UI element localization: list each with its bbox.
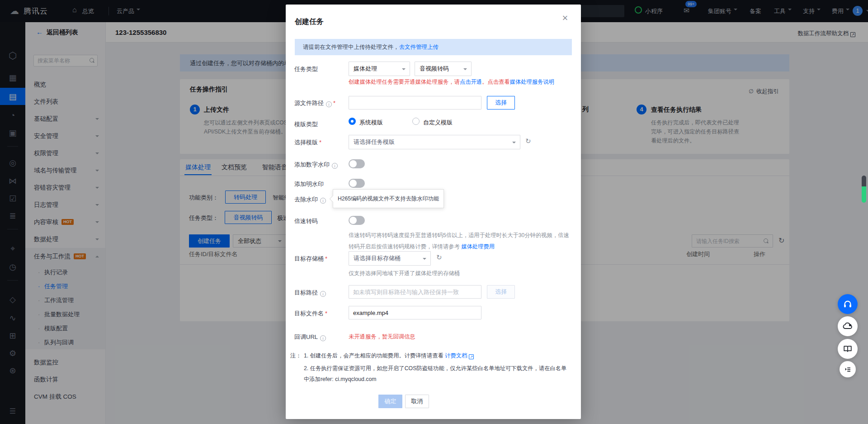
speed-transcode-label: 倍速转码 bbox=[294, 217, 318, 225]
task-type-select-1[interactable]: 媒体处理 bbox=[349, 62, 410, 76]
required-mark: * bbox=[325, 310, 327, 317]
chevron-down-icon bbox=[512, 142, 516, 145]
digital-watermark-label: 添加数字水印 bbox=[294, 161, 338, 169]
create-task-modal: 创建任务 请提前在文件管理中上传待处理文件，去文件管理上传 任务类型 媒体处理 … bbox=[286, 5, 581, 419]
radio-system-template-label[interactable]: 系统模版 bbox=[359, 119, 383, 127]
refresh-icon[interactable]: ↻ bbox=[525, 137, 531, 145]
radio-custom-template-label[interactable]: 自定义模版 bbox=[423, 119, 453, 127]
refresh-icon[interactable]: ↻ bbox=[436, 253, 442, 262]
callback-note: 未开通服务，暂无回调信息 bbox=[349, 333, 415, 341]
task-type-select-2[interactable]: 音视频转码 bbox=[415, 62, 472, 76]
required-mark: * bbox=[319, 139, 321, 146]
scrollbar-track bbox=[862, 176, 866, 186]
callback-url-label: 回调URL bbox=[294, 333, 326, 341]
remove-watermark-tooltip: H265编码的视频文件不支持去除水印功能 bbox=[333, 189, 444, 208]
visible-watermark-toggle[interactable] bbox=[349, 179, 365, 188]
modal-title: 创建任务 bbox=[295, 17, 324, 27]
target-path-label: 目标路径 bbox=[294, 289, 326, 297]
headset-icon bbox=[843, 299, 853, 309]
note-1: 1. 创建任务后，会产生相应的功能费用。计费详情请查看 计费文档 bbox=[304, 350, 474, 361]
speed-transcode-note: 倍速转码可将转码速度提升至普通转码5倍以上，适用于处理时长大于30分钟的视频，倍… bbox=[349, 230, 573, 252]
chevron-down-icon bbox=[402, 68, 406, 72]
source-path-input[interactable] bbox=[349, 96, 481, 109]
cloud-bell-icon bbox=[842, 321, 853, 332]
task-type-label: 任务类型 bbox=[294, 65, 318, 73]
scrollbar-thumb bbox=[862, 186, 866, 203]
source-path-select-button[interactable]: 选择 bbox=[487, 96, 515, 110]
template-select-label: 选择模版* bbox=[294, 138, 321, 147]
info-icon bbox=[320, 198, 326, 204]
radio-system-template[interactable] bbox=[349, 118, 356, 125]
target-filename-field[interactable] bbox=[349, 306, 481, 319]
chevron-down-icon bbox=[423, 258, 426, 262]
template-select[interactable]: 请选择任务模版 bbox=[349, 135, 520, 149]
scrollbar-indicator[interactable] bbox=[862, 176, 866, 203]
cloud-notify-button[interactable] bbox=[838, 316, 858, 336]
info-icon bbox=[320, 291, 326, 297]
target-bucket-select[interactable]: 请选择目标存储桶 bbox=[349, 251, 431, 266]
required-mark: * bbox=[325, 255, 327, 262]
media-fee-link[interactable]: 媒体处理费用 bbox=[461, 243, 495, 250]
digital-watermark-toggle[interactable] bbox=[349, 159, 365, 168]
service-open-note: 创建媒体处理任务需要开通媒体处理服务，请点击开通。点击查看媒体处理服务说明 bbox=[349, 78, 554, 86]
open-book-icon bbox=[843, 344, 853, 354]
template-type-label: 模版类型 bbox=[294, 120, 318, 129]
go-upload-link[interactable]: 去文件管理上传 bbox=[399, 44, 439, 50]
source-path-label: 源文件路径* bbox=[294, 99, 335, 107]
notes-prefix: 注： bbox=[290, 350, 302, 361]
close-icon[interactable] bbox=[560, 13, 571, 24]
confirm-button[interactable]: 确定 bbox=[378, 395, 402, 408]
target-path-field[interactable] bbox=[349, 285, 481, 299]
chevron-down-icon bbox=[463, 68, 467, 72]
customer-service-button[interactable] bbox=[838, 294, 858, 314]
feedback-list-button[interactable] bbox=[840, 361, 856, 377]
list-menu-icon bbox=[844, 365, 852, 373]
remove-watermark-label: 去除水印 bbox=[294, 195, 326, 204]
info-icon bbox=[320, 335, 326, 341]
required-mark: * bbox=[333, 100, 335, 106]
note-2: 2. 任务执行需保证资源可用，如您开启了COS防盗链功能，仅允许某些白名单地址可… bbox=[304, 363, 570, 385]
target-filename-label: 目标文件名* bbox=[294, 310, 327, 318]
target-bucket-label: 目标存储桶* bbox=[294, 255, 327, 263]
speed-transcode-toggle[interactable] bbox=[349, 216, 365, 225]
radio-custom-template[interactable] bbox=[412, 118, 420, 125]
source-path-field[interactable] bbox=[349, 96, 481, 110]
target-filename-input[interactable] bbox=[349, 306, 481, 319]
billing-doc-link[interactable]: 计费文档 bbox=[445, 353, 467, 359]
visible-watermark-label: 添加明水印 bbox=[294, 180, 324, 188]
external-link-icon bbox=[469, 354, 474, 359]
info-icon bbox=[332, 163, 338, 169]
target-path-select-button-disabled: 选择 bbox=[487, 285, 515, 299]
docs-button[interactable] bbox=[838, 339, 858, 359]
open-service-link[interactable]: 点击开通 bbox=[460, 79, 482, 85]
modal-info-banner: 请提前在文件管理中上传待处理文件，去文件管理上传 bbox=[295, 39, 572, 55]
cancel-button[interactable]: 取消 bbox=[405, 395, 429, 408]
service-doc-link[interactable]: 媒体处理服务说明 bbox=[510, 79, 554, 85]
target-path-input[interactable] bbox=[349, 286, 481, 298]
info-icon bbox=[326, 101, 332, 107]
target-bucket-note: 仅支持选择同地域下开通了媒体处理的存储桶 bbox=[349, 268, 460, 279]
